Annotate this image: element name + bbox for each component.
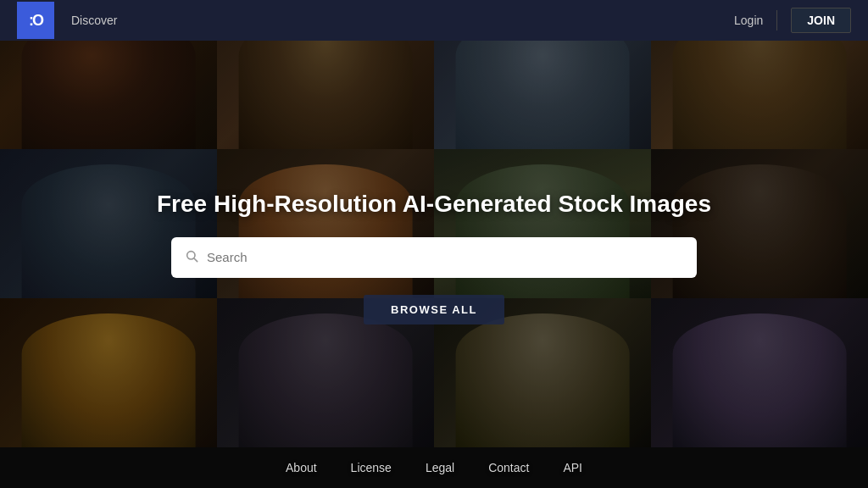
footer-license-link[interactable]: License	[351, 461, 392, 474]
nav-right: Login JOIN	[734, 8, 851, 33]
footer-contact-link[interactable]: Contact	[488, 461, 529, 474]
discover-link[interactable]: Discover	[71, 14, 117, 27]
navbar: :O Discover Login JOIN	[0, 0, 868, 41]
footer: About License Legal Contact API	[0, 447, 868, 488]
join-button[interactable]: JOIN	[791, 8, 851, 33]
hero-title: Free High-Resolution AI-Generated Stock …	[157, 189, 711, 219]
footer-about-link[interactable]: About	[286, 461, 317, 474]
footer-api-link[interactable]: API	[563, 461, 582, 474]
nav-divider	[776, 10, 777, 30]
search-icon	[185, 249, 198, 266]
search-input[interactable]	[207, 250, 683, 264]
search-bar	[171, 237, 697, 278]
logo-icon: :O	[29, 12, 42, 30]
footer-legal-link[interactable]: Legal	[426, 461, 454, 474]
logo[interactable]: :O	[17, 2, 54, 39]
hero-content: Free High-Resolution AI-Generated Stock …	[0, 0, 868, 488]
browse-all-button[interactable]: BROWSE ALL	[364, 295, 504, 324]
login-button[interactable]: Login	[734, 14, 763, 27]
svg-line-1	[194, 258, 198, 262]
